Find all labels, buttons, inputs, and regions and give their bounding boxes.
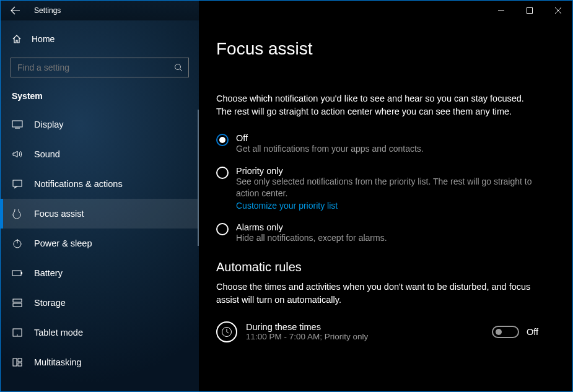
radio-icon <box>216 134 229 146</box>
window-controls <box>487 1 572 20</box>
sidebar-item-label: Focus assist <box>34 209 84 219</box>
arrow-left-icon <box>11 6 20 15</box>
category-label: System <box>1 87 199 110</box>
home-label: Home <box>32 34 55 44</box>
option-title: Priority only <box>236 166 538 176</box>
minimize-button[interactable] <box>487 1 515 20</box>
sidebar-item-power-sleep[interactable]: Power & sleep <box>1 229 199 258</box>
page-title: Focus assist <box>216 39 555 59</box>
focus-assist-icon <box>12 209 23 219</box>
svg-rect-13 <box>18 363 22 366</box>
window-title: Settings <box>30 6 61 15</box>
notifications-icon <box>12 179 23 189</box>
close-button[interactable] <box>544 1 572 20</box>
sidebar-item-label: Display <box>34 120 64 129</box>
svg-rect-6 <box>21 272 22 274</box>
sidebar-item-multitasking[interactable]: Multitasking <box>1 347 199 377</box>
display-icon <box>12 120 23 129</box>
battery-icon <box>12 269 23 277</box>
content-area[interactable]: Focus assist Choose which notification y… <box>199 20 572 392</box>
power-icon <box>12 238 23 248</box>
sidebar-item-label: Battery <box>34 268 63 278</box>
option-desc: Hide all notifications, except for alarm… <box>236 232 387 244</box>
option-desc: Get all notifications from your apps and… <box>236 143 424 155</box>
svg-point-10 <box>17 334 18 336</box>
svg-rect-5 <box>12 271 21 276</box>
sidebar-item-display[interactable]: Display <box>1 110 199 139</box>
sidebar-item-label: Power & sleep <box>34 238 92 248</box>
search-input[interactable] <box>11 58 189 77</box>
sidebar-item-sound[interactable]: Sound <box>1 139 199 169</box>
sidebar-item-label: Sound <box>34 149 60 159</box>
rule-subtitle: 11:00 PM - 7:00 AM; Priority only <box>246 332 483 341</box>
option-title: Off <box>236 133 424 143</box>
svg-rect-11 <box>13 359 17 366</box>
home-nav[interactable]: Home <box>1 27 199 51</box>
back-button[interactable] <box>1 1 30 20</box>
toggle-label: Off <box>527 327 538 337</box>
rule-title: During these times <box>246 322 483 332</box>
svg-rect-3 <box>13 180 22 186</box>
radio-icon <box>216 167 229 179</box>
sidebar-item-battery[interactable]: Battery <box>1 258 199 288</box>
sound-icon <box>12 150 23 159</box>
svg-rect-8 <box>13 303 22 307</box>
close-icon <box>555 7 561 14</box>
option-off[interactable]: Off Get all notifications from your apps… <box>216 133 538 155</box>
nav-list[interactable]: Display Sound Notifications & actions Fo… <box>1 110 199 392</box>
rule-toggle[interactable]: Off <box>492 326 538 338</box>
svg-rect-0 <box>527 8 533 14</box>
option-title: Alarms only <box>236 222 387 232</box>
storage-icon <box>12 298 23 307</box>
sidebar-item-focus-assist[interactable]: Focus assist <box>1 199 199 229</box>
sidebar-item-label: Tablet mode <box>34 328 83 338</box>
page-description: Choose which notification you'd like to … <box>216 92 538 118</box>
focus-assist-options: Off Get all notifications from your apps… <box>216 133 538 244</box>
svg-rect-2 <box>12 121 22 127</box>
multitasking-icon <box>12 358 23 367</box>
maximize-icon <box>527 7 533 14</box>
automatic-rules-heading: Automatic rules <box>216 260 555 274</box>
search-container <box>11 58 189 77</box>
option-desc: See only selected notifications from the… <box>236 176 538 199</box>
automatic-rules-desc: Choose the times and activities when you… <box>216 281 538 307</box>
svg-rect-7 <box>13 299 22 302</box>
sidebar-item-tablet-mode[interactable]: Tablet mode <box>1 318 199 347</box>
clock-icon <box>216 321 237 342</box>
toggle-track[interactable] <box>492 326 519 338</box>
option-alarms-only[interactable]: Alarms only Hide all notifications, exce… <box>216 222 538 244</box>
svg-rect-12 <box>18 359 22 362</box>
radio-icon <box>216 223 229 235</box>
titlebar: Settings <box>1 1 572 20</box>
sidebar-item-storage[interactable]: Storage <box>1 288 199 318</box>
minimize-icon <box>498 7 504 14</box>
maximize-button[interactable] <box>515 1 544 20</box>
rule-during-times[interactable]: During these times 11:00 PM - 7:00 AM; P… <box>216 315 538 349</box>
sidebar-item-label: Multitasking <box>34 357 82 367</box>
tablet-icon <box>12 328 23 337</box>
sidebar-item-label: Storage <box>34 298 66 308</box>
sidebar-item-notifications[interactable]: Notifications & actions <box>1 169 199 199</box>
customize-priority-link[interactable]: Customize your priority list <box>236 201 338 211</box>
sidebar: Home System Display Sound Notifications … <box>1 20 199 392</box>
option-priority-only[interactable]: Priority only See only selected notifica… <box>216 166 538 211</box>
home-icon <box>12 34 22 44</box>
sidebar-item-label: Notifications & actions <box>34 179 123 189</box>
